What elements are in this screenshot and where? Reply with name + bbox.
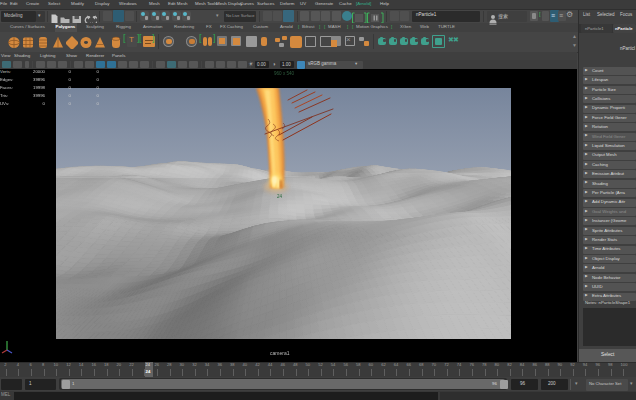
svg-text:24: 24 — [277, 194, 283, 199]
